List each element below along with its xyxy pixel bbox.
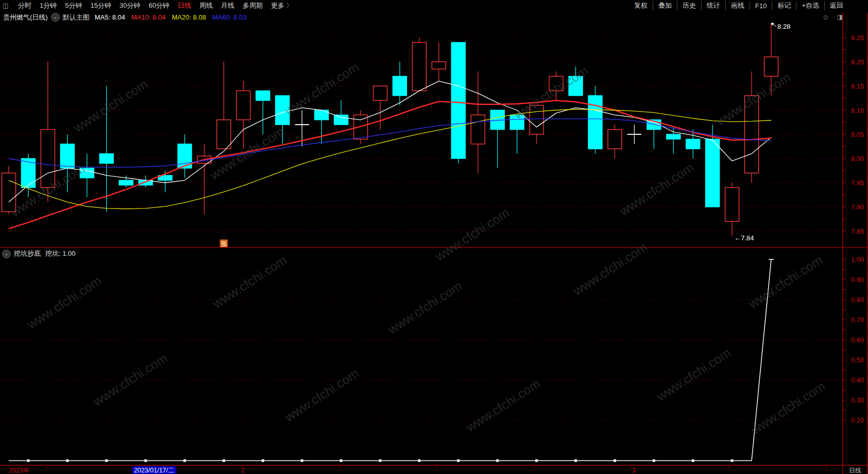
stock-title[interactable]: 贵州燃气(日线) xyxy=(3,13,48,22)
watermark: www.cfchi.com xyxy=(432,205,512,264)
candle-23 xyxy=(451,42,465,163)
watermark: www.cfchi.com xyxy=(207,124,287,183)
watermark: www.cfchi.com xyxy=(570,240,650,299)
draw-line-button[interactable]: 画线 xyxy=(725,1,750,10)
price-axis-label: 8.00 xyxy=(851,155,864,163)
time-axis-label[interactable]: 3 xyxy=(632,467,636,474)
indicator-axis-label: 0.20 xyxy=(851,416,864,424)
statistics-button[interactable]: 统计 xyxy=(701,1,725,10)
candle-19 xyxy=(373,86,387,130)
main-pane: 8.28←7.84预 xyxy=(0,23,841,248)
candle-39 xyxy=(764,23,778,96)
layout-icon[interactable]: ◫ xyxy=(3,2,14,9)
indicator-pane xyxy=(0,259,841,462)
indicator-axis-label: 0.70 xyxy=(851,316,864,324)
history-button[interactable]: 历史 xyxy=(677,1,701,10)
tab-daily[interactable]: 日线 xyxy=(174,1,195,10)
candle-4 xyxy=(80,154,94,198)
time-axis-label[interactable]: 2023年 xyxy=(9,467,29,474)
candle-6 xyxy=(119,175,133,188)
mark-button[interactable]: 标记 xyxy=(772,1,796,10)
indicator-point-marker xyxy=(183,460,186,462)
back-button[interactable]: 返回 xyxy=(824,1,848,10)
candle-34 xyxy=(667,127,680,154)
high-arrow xyxy=(772,24,776,27)
indicator-title[interactable]: 挖坑抄底 xyxy=(14,249,41,258)
price-axis-label: 7.95 xyxy=(851,179,864,187)
indicator-point-marker xyxy=(223,460,225,462)
restore-rights-button[interactable]: 复权 xyxy=(629,1,653,10)
tab-30min[interactable]: 30分钟 xyxy=(115,1,144,10)
candle-20 xyxy=(393,62,407,106)
chevron-down-icon[interactable]: ⌄ xyxy=(51,13,60,22)
candle-27 xyxy=(530,106,543,144)
ma10-line xyxy=(9,100,771,229)
tab-1min[interactable]: 1分钟 xyxy=(36,1,61,10)
candle-30 xyxy=(588,86,602,154)
time-axis-label[interactable]: 2023/01/17/二 xyxy=(134,467,175,474)
pane-view-icons[interactable]: ◇ ◨ xyxy=(823,13,846,21)
tab-5min[interactable]: 5分钟 xyxy=(61,1,86,10)
indicator-point-marker xyxy=(379,460,382,462)
main-chart-selector[interactable]: 默认主图 xyxy=(63,13,90,22)
watermark: www.cfchi.com xyxy=(654,345,734,404)
watermark: www.cfchi.com xyxy=(24,273,104,332)
indicator-point-marker xyxy=(653,460,655,462)
indicator-point-marker xyxy=(457,460,459,462)
watermark: www.cfchi.com xyxy=(282,60,362,118)
candle-26 xyxy=(510,115,524,153)
watermark: www.cfchi.com xyxy=(90,350,170,409)
candle-7 xyxy=(139,175,152,188)
tab-monthly[interactable]: 月线 xyxy=(217,1,239,10)
indicator-axis-label: 0.90 xyxy=(851,276,864,284)
price-axis-label: 8.05 xyxy=(851,131,864,138)
tab-15min[interactable]: 15分钟 xyxy=(86,1,115,10)
price-axis-label: 8.20 xyxy=(851,58,864,66)
candle-1 xyxy=(21,154,35,198)
f10-button[interactable]: F10 xyxy=(750,2,772,10)
candle-13 xyxy=(256,91,270,134)
period-status-label: 日线 xyxy=(843,466,867,474)
stock-app-window: ◫ 分时 1分钟 5分钟 15分钟 30分钟 60分钟 日线 周线 月线 多周期… xyxy=(0,0,868,474)
indicator-pane-header: ⌄ 挖坑抄底 挖坑: 1.00 xyxy=(2,249,80,258)
indicator-collapse-icon[interactable]: ⌄ xyxy=(2,250,11,258)
tab-fenshi[interactable]: 分时 xyxy=(14,1,36,10)
watermark: www.cfchi.com xyxy=(8,161,88,220)
watermark: www.cfchi.com xyxy=(713,70,793,129)
candle-5 xyxy=(99,86,113,212)
price-axis-label: 7.90 xyxy=(851,203,864,211)
candle-25 xyxy=(490,110,504,168)
candle-33 xyxy=(647,120,661,149)
candle-37 xyxy=(725,183,739,236)
axes: 8.258.208.158.108.058.007.957.907.851.00… xyxy=(0,13,868,474)
tab-multiperiod[interactable]: 多周期 xyxy=(239,1,267,10)
add-watchlist-button[interactable]: +自选 xyxy=(796,1,824,10)
candle-28 xyxy=(549,72,563,100)
top-toolbar: ◫ 分时 1分钟 5分钟 15分钟 30分钟 60分钟 日线 周线 月线 多周期… xyxy=(0,0,868,11)
watermark: www.cfchi.com xyxy=(463,376,543,435)
indicator-point-marker xyxy=(301,460,303,462)
candle-16 xyxy=(315,110,329,144)
watermark: www.cfchi.com xyxy=(210,253,290,311)
indicator-point-marker xyxy=(535,460,538,462)
candle-3 xyxy=(60,134,74,192)
overlay-button[interactable]: 叠加 xyxy=(653,1,677,10)
candle-17 xyxy=(334,100,348,125)
candle-38 xyxy=(745,72,759,183)
indicator-point-marker xyxy=(496,460,499,462)
indicator-point-marker xyxy=(731,460,734,462)
tab-more[interactable]: 更多 〉 xyxy=(267,1,297,10)
candle-9 xyxy=(178,134,192,178)
ma20-line xyxy=(9,109,771,209)
candle-18 xyxy=(354,110,368,144)
tab-60min[interactable]: 60分钟 xyxy=(144,1,173,10)
price-axis-label: 7.85 xyxy=(851,227,864,235)
indicator-point-marker xyxy=(262,460,264,462)
high-annotation: 8.28 xyxy=(777,23,790,30)
tab-weekly[interactable]: 周线 xyxy=(195,1,217,10)
indicator-point-marker xyxy=(692,460,694,462)
stock-chart-canvas[interactable]: 8.28←7.84预8.258.208.158.108.058.007.957.… xyxy=(0,0,868,474)
time-axis-label[interactable]: 2 xyxy=(241,467,245,474)
watermark: www.cfchi.com xyxy=(282,366,362,425)
ma5-label: MA5: 8.04 xyxy=(95,13,125,21)
